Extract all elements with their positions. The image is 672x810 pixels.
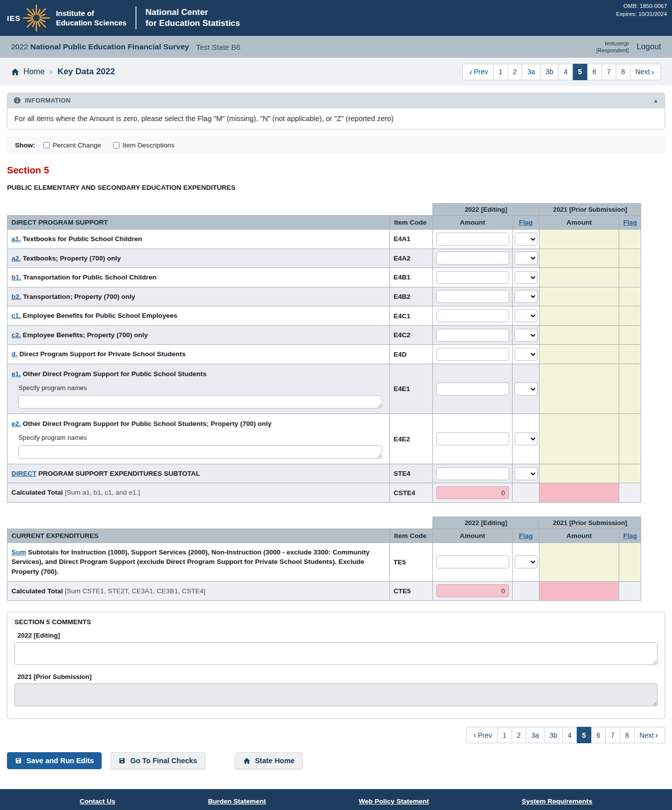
amount-input-2022[interactable] <box>436 432 509 445</box>
percent-change-option[interactable]: Percent Change <box>43 141 102 149</box>
flag-select-2022[interactable] <box>515 271 538 284</box>
amount-input-2022[interactable] <box>436 233 509 246</box>
amount-input-2022[interactable] <box>436 271 509 284</box>
prev-button[interactable]: ‹Prev <box>466 727 497 743</box>
item-descriptions-option[interactable]: Item Descriptions <box>113 141 174 149</box>
page-button[interactable]: 4 <box>559 64 573 80</box>
page-button[interactable]: 7 <box>606 727 620 743</box>
amount-input-2022[interactable] <box>436 467 509 480</box>
specify-program-names-input[interactable] <box>18 445 382 459</box>
next-button[interactable]: Next› <box>631 64 661 80</box>
amount-input-2022[interactable] <box>436 309 509 322</box>
item-link[interactable]: b1. <box>11 273 21 281</box>
item-link[interactable]: a2. <box>11 255 21 262</box>
breadcrumb-home-link[interactable]: Home <box>23 67 45 76</box>
page-number-group: 1 2 3a 3b 4 5 6 7 8 <box>494 64 631 80</box>
page-button[interactable]: 3b <box>540 64 559 80</box>
flag-select-2022[interactable] <box>515 233 538 246</box>
next-button[interactable]: Next› <box>635 727 665 743</box>
page-button[interactable]: 8 <box>620 727 635 743</box>
state-home-button[interactable]: State Home <box>235 752 303 769</box>
footer-link[interactable]: Contact Us <box>80 798 115 805</box>
item-link[interactable]: e2. <box>11 420 21 427</box>
prior-amount-cell <box>539 230 619 249</box>
nces-name: National Center for Education Statistics <box>145 7 240 29</box>
page-button[interactable]: 3a <box>526 727 544 743</box>
item-descriptions-checkbox[interactable] <box>113 142 120 148</box>
go-to-final-checks-button[interactable]: Go To Final Checks <box>111 752 205 769</box>
comments-title: SECTION 5 COMMENTS <box>14 618 658 626</box>
amount-input-2022[interactable] <box>436 252 509 265</box>
page-button[interactable]: 2 <box>512 727 527 743</box>
item-link[interactable]: b2. <box>11 293 21 300</box>
specify-program-names-input[interactable] <box>18 395 382 408</box>
page-button[interactable]: 6 <box>587 64 602 80</box>
footer-link[interactable]: Web Policy Statement <box>359 798 429 805</box>
page-button[interactable]: 6 <box>591 727 606 743</box>
amount-input-2022[interactable] <box>436 329 509 342</box>
page-button[interactable]: 4 <box>563 727 577 743</box>
brand-divider <box>135 6 136 29</box>
page-button[interactable]: 3b <box>544 727 563 743</box>
item-label: Transportation for Public School Childre… <box>23 273 156 281</box>
item-link[interactable]: a1. <box>11 235 21 243</box>
save-and-run-edits-button[interactable]: Save and Run Edits <box>7 752 102 769</box>
logout-link[interactable]: Logout <box>637 42 661 51</box>
page-button[interactable]: 5 <box>577 727 591 743</box>
flag-select-2022[interactable] <box>515 290 538 303</box>
item-link[interactable]: c2. <box>11 331 21 339</box>
prior-amount-cell <box>539 268 619 287</box>
section-heading: Section 5 <box>7 165 665 176</box>
amount-input-2022[interactable] <box>436 555 509 568</box>
item-code: CTE5 <box>390 581 433 601</box>
footer-link[interactable]: System Requirements <box>522 798 592 805</box>
amount-input-2022[interactable] <box>436 290 509 303</box>
page-button[interactable]: 1 <box>494 64 508 80</box>
subtotal-link[interactable]: DIRECT <box>11 470 36 477</box>
comments-2021-input <box>14 683 658 706</box>
flag-select-2022[interactable] <box>515 383 538 396</box>
amount-header-2021: Amount <box>539 529 619 542</box>
flag-select-2022[interactable] <box>515 309 538 322</box>
chevron-left-icon: ‹ <box>473 731 476 739</box>
item-code: E4E2 <box>390 414 433 464</box>
item-code: TE5 <box>390 542 433 581</box>
item-link[interactable]: Sum <box>11 548 26 556</box>
flag-select-2022[interactable] <box>515 329 538 342</box>
comments-2022-input[interactable] <box>14 642 658 665</box>
flag-select-2022[interactable] <box>515 348 538 361</box>
item-link[interactable]: e1. <box>11 370 21 378</box>
specify-label: Specify program names <box>18 433 386 443</box>
flag-select-2022[interactable] <box>515 467 538 480</box>
item-code: E4C1 <box>390 306 433 326</box>
prev-button[interactable]: ‹Prev <box>462 64 493 80</box>
amount-input-2022[interactable] <box>436 348 509 361</box>
page-button[interactable]: 3a <box>522 64 540 80</box>
comments-2021-label: 2021 [Prior Submission] <box>17 673 658 680</box>
page-button[interactable]: 7 <box>602 64 616 80</box>
breadcrumb-separator: › <box>50 67 53 77</box>
flag-header-2021: Flag <box>619 529 641 542</box>
item-link[interactable]: c1. <box>11 312 21 319</box>
page-button[interactable]: 8 <box>616 64 631 80</box>
item-link[interactable]: d. <box>11 350 17 358</box>
item-label: Transportation; Property (700) only <box>23 293 135 300</box>
footer-link[interactable]: Burden Statement <box>208 798 266 805</box>
percent-change-checkbox[interactable] <box>43 142 50 148</box>
page-button[interactable]: 5 <box>573 64 587 80</box>
flag-select-2022[interactable] <box>515 555 538 568</box>
page-title: Key Data 2022 <box>57 67 115 77</box>
information-panel-header: INFORMATION ▲ <box>7 93 665 108</box>
flag-header-2022: Flag <box>513 216 539 230</box>
flag-select-2022[interactable] <box>515 432 538 445</box>
collapse-caret-icon[interactable]: ▲ <box>653 98 659 104</box>
flag-select-2022[interactable] <box>515 252 538 265</box>
amount-input-2022[interactable] <box>436 383 509 396</box>
information-title: INFORMATION <box>25 97 71 104</box>
prior-flag-cell <box>619 325 641 345</box>
page-button[interactable]: 1 <box>498 727 512 743</box>
omb-info: OMB: 1850-0067 Expires: 10/31/2024 <box>616 2 667 18</box>
page-button[interactable]: 2 <box>508 64 523 80</box>
prior-amount-cell <box>539 364 619 413</box>
table-row: a2. Textbooks; Property (700) only E4A2 <box>7 249 641 268</box>
